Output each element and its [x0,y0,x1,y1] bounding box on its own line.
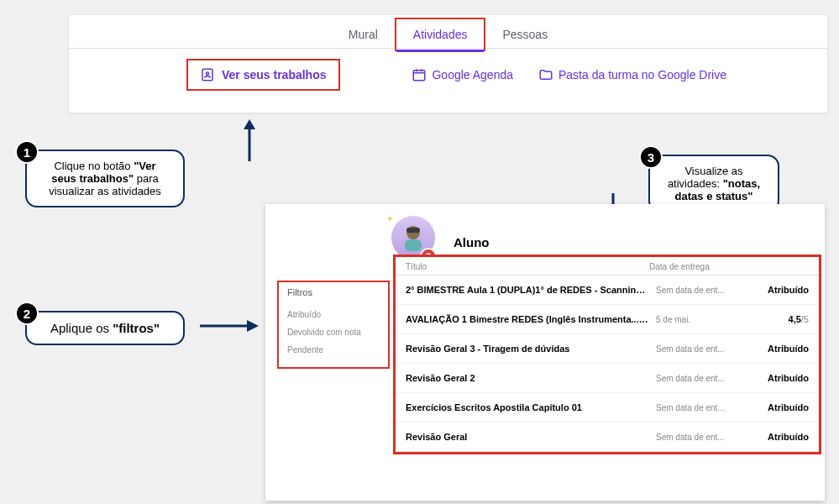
table-row[interactable]: Revisão GeralSem data de ent...Atribuído [396,423,819,452]
svg-rect-2 [414,71,426,81]
filter-atribuido[interactable]: Atribuído [287,306,380,323]
svg-rect-10 [406,228,420,233]
arrow-1 [241,119,258,161]
row-date: Sem data de ent... [649,344,750,354]
assignment-person-icon [200,67,215,82]
row-title: 2° BIMESTRE Aula 1 (DUPLA)1° de REDES - … [406,285,649,295]
row-date: 5 de mai. [649,315,750,324]
row-date: Sem data de ent... [649,286,750,295]
classroom-header: Mural Atividades Pessoas Ver seus trabal… [69,15,827,113]
row-title: AVALIAÇÃO 1 Bimestre REDES (Inglês Instr… [406,314,649,324]
view-works-label: Ver seus trabalhos [222,68,327,81]
drive-folder-link[interactable]: Pasta da turma no Google Drive [538,67,726,82]
table-row[interactable]: 2° BIMESTRE Aula 1 (DUPLA)1° de REDES - … [396,276,819,305]
svg-marker-6 [247,320,259,332]
tab-atividades[interactable]: Atividades [395,18,486,51]
row-status: Atribuído [750,285,809,295]
view-works-button[interactable]: Ver seus trabalhos [186,59,340,91]
arrow-2 [200,318,259,334]
calendar-icon [412,67,427,82]
tab-pessoas[interactable]: Pessoas [485,19,564,50]
step-badge-3: 3 [639,145,663,169]
drive-folder-label: Pasta da turma no Google Drive [558,68,726,81]
tab-mural[interactable]: Mural [332,19,395,50]
row-title: Revisão Geral 2 [406,373,649,383]
tabs: Mural Atividades Pessoas [69,15,827,49]
row-status: Atribuído [750,432,809,442]
folder-icon [538,67,553,82]
row-title: Exercícios Escritos Apostila Capítulo 01 [406,402,649,412]
row-date: Sem data de ent... [649,403,750,412]
svg-rect-11 [405,239,422,251]
table-header: Título Data de entrega [396,257,819,276]
sparkle-icon: ✦ [386,214,393,223]
table-row[interactable]: Revisão Geral 2Sem data de ent...Atribuí… [396,364,819,393]
row-date: Sem data de ent... [649,374,750,383]
callout-2-pre: Aplique os [50,321,113,335]
row-status: Atribuído [750,344,809,354]
step-badge-2: 2 [15,302,39,325]
attachment-icons: 7 2 [642,315,649,323]
filters-panel: Filtros Atribuído Devolvido com nota Pen… [277,281,390,369]
header-title: Título [406,262,649,271]
table-row[interactable]: Revisão Geral 3 - Tiragem de dúvidasSem … [396,334,819,364]
callout-2-bold: "filtros" [113,321,160,335]
row-status: Atribuído [750,373,809,383]
row-title: Revisão Geral [406,432,649,442]
filter-pendente[interactable]: Pendente [287,341,380,359]
google-agenda-label: Google Agenda [432,68,513,81]
row-date: Sem data de ent... [649,433,750,442]
svg-marker-4 [244,119,255,129]
callout-1: Clique no botão "Ver seus trabalhos" par… [25,150,185,207]
svg-point-1 [207,72,209,75]
student-name: Aluno [454,235,490,249]
table-row[interactable]: Exercícios Escritos Apostila Capítulo 01… [396,393,819,423]
row-title: Revisão Geral 3 - Tiragem de dúvidas [406,344,649,354]
assignments-table: Título Data de entrega 2° BIMESTRE Aula … [393,255,821,454]
links-row: Ver seus trabalhos Google Agenda Pasta d… [69,49,827,101]
header-date: Data de entrega [649,262,750,271]
table-row[interactable]: AVALIAÇÃO 1 Bimestre REDES (Inglês Instr… [396,305,819,334]
filters-title: Filtros [287,287,380,297]
step-badge-1: 1 [15,140,39,164]
google-agenda-link[interactable]: Google Agenda [412,67,513,82]
callout-2: Aplique os "filtros" [25,311,185,345]
row-status: 4,5/5 [750,314,809,324]
filter-devolvido[interactable]: Devolvido com nota [287,323,380,341]
callout-1-pre: Clique no botão [54,160,134,172]
row-status: Atribuído [750,402,809,412]
